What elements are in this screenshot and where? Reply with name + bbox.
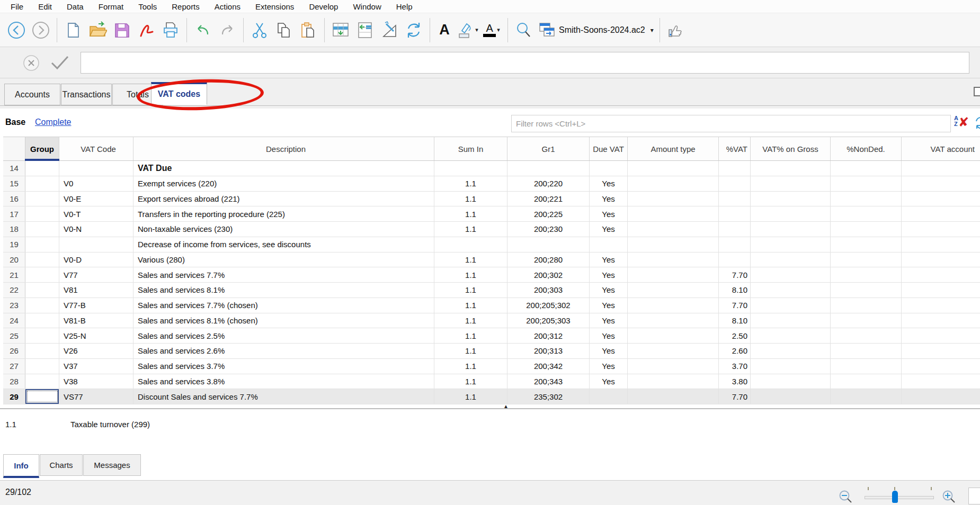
search-button[interactable] (512, 16, 536, 44)
cell-amount[interactable] (628, 176, 719, 191)
menu-window[interactable]: Window (345, 2, 388, 11)
cell-code[interactable]: V37 (59, 359, 133, 374)
cell-num[interactable]: 15 (3, 176, 25, 191)
cell-nonded[interactable] (831, 176, 902, 191)
cell-amount[interactable] (628, 237, 719, 252)
cell-group[interactable] (25, 359, 59, 374)
cell-group[interactable] (25, 298, 59, 313)
cell-nonded[interactable] (831, 344, 902, 358)
cell-sumin[interactable]: 1.1 (434, 389, 507, 404)
menu-format[interactable]: Format (91, 2, 131, 11)
cell-group[interactable] (25, 176, 59, 191)
cell-num[interactable]: 27 (3, 359, 25, 374)
cell-nonded[interactable] (831, 313, 902, 328)
cell-num[interactable]: 19 (3, 237, 25, 252)
cell-num[interactable]: 28 (3, 374, 25, 389)
cell-nonded[interactable] (831, 237, 902, 252)
cell-desc[interactable]: Export services abroad (221) (133, 192, 434, 206)
cell-amount[interactable] (628, 328, 719, 343)
cell-gross[interactable] (751, 344, 831, 358)
cell-code[interactable]: V77 (59, 267, 133, 282)
menu-develop[interactable]: Develop (301, 2, 345, 11)
header-description[interactable]: Description (133, 137, 434, 160)
detach-view-icon[interactable] (974, 87, 980, 96)
cell-num[interactable]: 16 (3, 192, 25, 206)
forward-button[interactable] (29, 16, 53, 44)
cell-gross[interactable] (751, 192, 831, 206)
redo-button[interactable] (215, 16, 239, 44)
cell-gr1[interactable]: 200;205;303 (507, 313, 590, 328)
cell-desc[interactable]: Various (280) (133, 252, 434, 267)
cell-nonded[interactable] (831, 252, 902, 267)
cell-code[interactable]: V38 (59, 374, 133, 389)
cell-desc[interactable]: Sales and services 2.5% (133, 328, 434, 343)
cell-gr1[interactable]: 200;221 (507, 192, 590, 206)
zoom-slider-handle[interactable] (892, 491, 898, 503)
menu-help[interactable]: Help (389, 2, 420, 11)
zoom-in-button[interactable] (942, 490, 956, 503)
cell-account[interactable] (902, 192, 980, 206)
cell-sumin[interactable]: 1.1 (434, 222, 507, 237)
tab-accounts[interactable]: Accounts (4, 84, 60, 105)
cell-code[interactable]: V77-B (59, 298, 133, 313)
font-color-button[interactable]: A ▾ (479, 16, 504, 44)
cell-account[interactable] (902, 283, 980, 297)
cell-desc[interactable]: Sales and services 8.1% (chosen) (133, 313, 434, 328)
cell-gr1[interactable]: 200;280 (507, 252, 590, 267)
cell-sumin[interactable]: 1.1 (434, 252, 507, 267)
cell-pctvat[interactable]: 7.70 (719, 267, 751, 282)
copy-button[interactable] (272, 16, 296, 44)
cell-num[interactable]: 17 (3, 206, 25, 221)
cell-num[interactable]: 25 (3, 328, 25, 343)
cell-sumin[interactable]: 1.1 (434, 206, 507, 221)
recalculate-button[interactable] (402, 16, 426, 44)
cell-group[interactable] (25, 192, 59, 206)
cell-sumin[interactable] (434, 161, 507, 176)
cell-account[interactable] (902, 344, 980, 358)
cell-group[interactable] (25, 389, 59, 404)
cell-duevat[interactable]: Yes (590, 283, 628, 297)
cancel-edit-button[interactable] (22, 54, 40, 72)
cell-duevat[interactable]: Yes (590, 359, 628, 374)
cell-nonded[interactable] (831, 359, 902, 374)
cell-pctvat[interactable]: 2.50 (719, 328, 751, 343)
header-vat-on-gross[interactable]: VAT% on Gross (751, 137, 831, 160)
cell-gross[interactable] (751, 206, 831, 221)
cell-gr1[interactable] (507, 237, 590, 252)
complete-view-link[interactable]: Complete (35, 118, 71, 127)
cell-gr1[interactable] (507, 161, 590, 176)
cell-gr1[interactable]: 200;312 (507, 328, 590, 343)
cell-account[interactable] (902, 389, 980, 404)
cell-pctvat[interactable] (719, 176, 751, 191)
filter-rows-input[interactable] (511, 115, 951, 132)
cell-nonded[interactable] (831, 222, 902, 237)
cell-duevat[interactable]: Yes (590, 252, 628, 267)
menu-reports[interactable]: Reports (164, 2, 207, 11)
cell-desc[interactable]: Non-taxable services (230) (133, 222, 434, 237)
cell-gross[interactable] (751, 328, 831, 343)
open-windows-selector[interactable]: Smith-Soons-2024.ac2 ▾ (536, 16, 656, 44)
cell-amount[interactable] (628, 222, 719, 237)
cell-desc[interactable]: Decrease of income from services, see di… (133, 237, 434, 252)
cell-gross[interactable] (751, 359, 831, 374)
cell-pctvat[interactable]: 7.70 (719, 298, 751, 313)
cell-gr1[interactable]: 200;343 (507, 374, 590, 389)
feedback-button[interactable] (664, 16, 688, 44)
cell-code[interactable]: V26 (59, 344, 133, 358)
open-file-button[interactable] (85, 16, 110, 44)
cell-pctvat[interactable]: 8.10 (719, 283, 751, 297)
cell-sumin[interactable]: 1.1 (434, 192, 507, 206)
cell-pctvat[interactable] (719, 252, 751, 267)
cell-sumin[interactable]: 1.1 (434, 267, 507, 282)
cell-pctvat[interactable] (719, 161, 751, 176)
cell-duevat[interactable]: Yes (590, 206, 628, 221)
tab-charts[interactable]: Charts (40, 454, 83, 476)
cell-code[interactable]: VS77 (59, 389, 133, 404)
cell-amount[interactable] (628, 359, 719, 374)
cell-gr1[interactable]: 200;230 (507, 222, 590, 237)
cell-desc[interactable]: Sales and services 3.7% (133, 359, 434, 374)
tab-vat-codes[interactable]: VAT codes (151, 82, 207, 105)
cell-account[interactable] (902, 222, 980, 237)
cell-duevat[interactable]: Yes (590, 313, 628, 328)
cell-nonded[interactable] (831, 192, 902, 206)
